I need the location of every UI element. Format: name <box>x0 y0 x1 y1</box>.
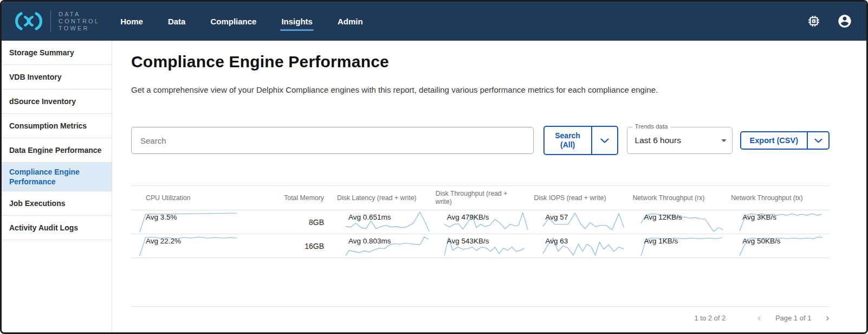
logo-divider <box>50 10 51 32</box>
metric-avg-label: Avg 50KB/s <box>742 237 780 245</box>
navbar-actions <box>807 14 852 29</box>
chevron-down-icon <box>600 138 609 143</box>
metric-cell-network-throughput-rx: Avg 12KB/s <box>632 210 731 234</box>
metric-avg-label: Avg 12KB/s <box>644 213 682 221</box>
metric-avg-label: Avg 479KB/s <box>447 213 489 221</box>
column-header-total-memory: Total Memory <box>248 186 337 210</box>
pagination-range: 1 to 2 of 2 <box>694 314 726 322</box>
search-button-label-line2: (All) <box>560 140 575 150</box>
column-header-disk-throughput-read-write: Disk Throughput (read + write) <box>436 186 534 210</box>
nav-item-compliance[interactable]: Compliance <box>210 17 256 26</box>
logo-wordmark-line: DATA <box>59 11 100 18</box>
export-button-label: Export (CSV) <box>750 136 798 145</box>
total-memory-value: 8GB <box>248 210 337 234</box>
trends-data-value: Last 6 hours <box>635 136 681 145</box>
sidebar-item-vdb-inventory[interactable]: VDB Inventory <box>2 65 112 89</box>
top-navbar: DATACONTROLTOWER HomeDataComplianceInsig… <box>2 2 866 41</box>
account-icon[interactable] <box>837 14 852 29</box>
chip-icon[interactable] <box>807 14 821 28</box>
trends-data-label: Trends data <box>632 123 671 130</box>
metric-cell-disk-iops-read-write: Avg 63 <box>534 234 633 258</box>
table-header-row: CPU UtilizationTotal MemoryDisk Latency … <box>131 185 830 210</box>
metric-avg-label: Avg 22.2% <box>146 237 181 245</box>
metric-avg-label: Avg 3.5% <box>146 213 177 221</box>
metric-cell-network-throughput-tx: Avg 3KB/s <box>731 210 830 234</box>
table-pagination: 1 to 2 of 2 ‹ Page 1 of 1 › <box>131 306 830 329</box>
column-header-network-throughput-rx: Network Throughput (rx) <box>632 186 731 210</box>
table-row: Avg 22.2%16GBAvg 0.803msAvg 543KB/sAvg 6… <box>131 234 830 258</box>
metric-cell-network-throughput-tx: Avg 50KB/s <box>731 234 830 258</box>
nav-item-admin[interactable]: Admin <box>338 17 363 26</box>
column-header-network-throughput-tx: Network Throughput (tx) <box>731 186 830 210</box>
search-all-button[interactable]: Search (All) <box>543 126 618 155</box>
pagination-page-label: Page 1 of 1 <box>775 314 812 322</box>
logo-wordmark-line: TOWER <box>59 25 100 32</box>
page-description: Get a comprehensive view of your Delphix… <box>131 84 830 96</box>
compliance-engines-table: CPU UtilizationTotal MemoryDisk Latency … <box>131 185 830 258</box>
main-content: Compliance Engine Performance Get a comp… <box>112 41 866 332</box>
metric-cell-disk-throughput-read-write: Avg 479KB/s <box>436 210 534 234</box>
next-page-icon[interactable]: › <box>825 313 830 323</box>
metric-avg-label: Avg 63 <box>546 237 568 245</box>
app-window: DATACONTROLTOWER HomeDataComplianceInsig… <box>0 0 868 334</box>
sidebar-item-dsource-inventory[interactable]: dSource Inventory <box>2 89 112 114</box>
column-header-disk-latency-read-write: Disk Latency (read + write) <box>337 186 436 210</box>
sidebar-item-data-engine-performance[interactable]: Data Engine Performance <box>2 138 112 163</box>
metric-cell-disk-iops-read-write: Avg 57 <box>534 210 633 234</box>
dct-logo-icon <box>12 11 45 31</box>
logo-wordmark: DATACONTROLTOWER <box>59 11 100 32</box>
nav-item-data[interactable]: Data <box>168 17 186 26</box>
sidebar-item-compliance-engine-performance[interactable]: Compliance Engine Performance <box>2 163 112 191</box>
trends-data-select[interactable]: Trends data Last 6 hours <box>627 127 733 154</box>
main-nav: HomeDataComplianceInsightsAdmin <box>120 17 362 26</box>
table-toolbar: Search (All) Trends data Last 6 hours <box>131 125 830 156</box>
sidebar-item-consumption-metrics[interactable]: Consumption Metrics <box>2 114 112 138</box>
export-csv-button[interactable]: Export (CSV) <box>740 131 830 150</box>
metric-avg-label: Avg 3KB/s <box>742 213 776 221</box>
metric-avg-label: Avg 0.803ms <box>348 237 391 245</box>
total-memory-value: 16GB <box>248 234 337 258</box>
metric-cell-disk-throughput-read-write: Avg 543KB/s <box>436 234 534 258</box>
metric-cell-cpu-utilization: Avg 22.2% <box>131 234 248 258</box>
table-row: Avg 3.5%8GBAvg 0.651msAvg 479KB/sAvg 57A… <box>131 210 830 234</box>
sidebar-item-storage-summary[interactable]: Storage Summary <box>2 41 112 65</box>
insights-sidebar: Storage SummaryVDB InventorydSource Inve… <box>2 41 112 332</box>
logo-wordmark-line: CONTROL <box>59 18 100 25</box>
metric-cell-disk-latency-read-write: Avg 0.651ms <box>337 210 436 234</box>
metric-avg-label: Avg 1KB/s <box>644 237 678 245</box>
caret-down-icon <box>721 139 727 142</box>
sidebar-item-job-executions[interactable]: Job Executions <box>2 191 112 216</box>
search-button-label-line1: Search <box>555 131 580 140</box>
sidebar-item-activity-audit-logs[interactable]: Activity Audit Logs <box>2 216 112 240</box>
metric-cell-disk-latency-read-write: Avg 0.803ms <box>337 234 436 258</box>
active-nav-underline <box>280 29 314 31</box>
brand-logo: DATACONTROLTOWER <box>12 10 100 32</box>
page-title: Compliance Engine Performance <box>131 53 830 71</box>
chevron-down-icon <box>814 138 822 143</box>
search-options-button[interactable] <box>592 127 617 154</box>
export-options-button[interactable] <box>808 132 828 149</box>
search-input[interactable] <box>131 127 534 154</box>
prev-page-icon[interactable]: ‹ <box>757 313 761 323</box>
metric-avg-label: Avg 0.651ms <box>348 213 391 221</box>
nav-item-insights[interactable]: Insights <box>281 17 313 26</box>
metric-cell-cpu-utilization: Avg 3.5% <box>131 210 248 234</box>
column-header-cpu-utilization: CPU Utilization <box>131 186 248 210</box>
metric-avg-label: Avg 543KB/s <box>447 237 489 245</box>
nav-item-home[interactable]: Home <box>120 17 143 26</box>
metric-cell-network-throughput-rx: Avg 1KB/s <box>632 234 731 258</box>
column-header-disk-iops-read-write: Disk IOPS (read + write) <box>534 186 633 210</box>
metric-avg-label: Avg 57 <box>546 213 568 221</box>
